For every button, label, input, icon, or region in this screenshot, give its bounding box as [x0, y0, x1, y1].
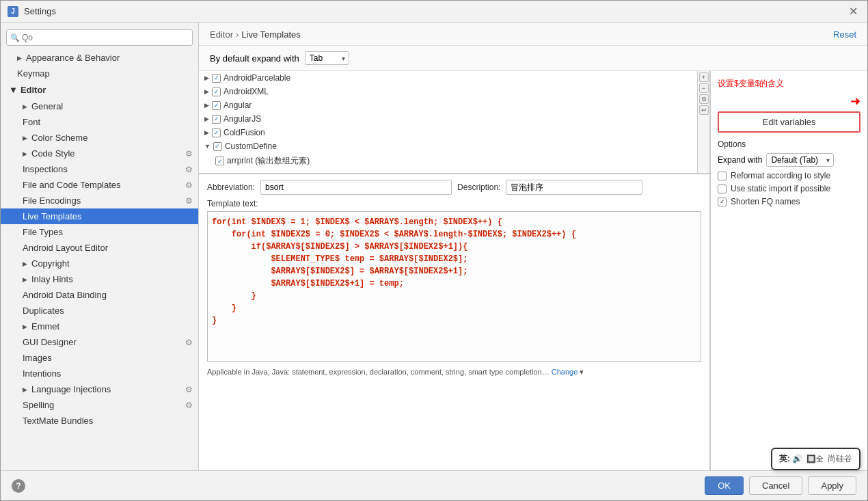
settings-dialog: J Settings ✕ 🔍 ▶ Appearance & Behavior K…: [0, 0, 868, 501]
static-import-row: Use static import if possible: [718, 184, 860, 193]
shorten-fq-row: Shorten FQ names: [718, 197, 860, 206]
static-import-checkbox[interactable]: [718, 185, 727, 193]
sidebar-item-emmet[interactable]: ▶ Emmet: [1, 319, 198, 334]
breadcrumb-current: Live Templates: [241, 29, 300, 40]
group-checkbox[interactable]: [213, 142, 222, 151]
sidebar-item-file-types[interactable]: File Types: [1, 224, 198, 240]
sidebar-item-gui-designer[interactable]: GUI Designer ⚙: [1, 334, 198, 350]
expand-arrow: ▶: [23, 386, 27, 393]
expand-arrow: ▶: [23, 135, 27, 141]
template-arrprint[interactable]: arrprint (输出数组元素): [199, 153, 697, 169]
reformat-row: Reformat according to style: [718, 171, 860, 180]
breadcrumb-parent: Editor: [210, 29, 233, 40]
gear-icon: ⚙: [185, 338, 193, 347]
sidebar-item-appearance[interactable]: ▶ Appearance & Behavior: [1, 50, 198, 66]
edit-panel: Abbreviation: Description: Template text…: [199, 174, 709, 433]
template-text-label: Template text:: [207, 199, 701, 208]
group-checkbox[interactable]: [212, 115, 221, 124]
sidebar-item-language-injections[interactable]: ▶ Language Injections ⚙: [1, 381, 198, 397]
group-checkbox[interactable]: [212, 74, 221, 83]
group-customdefine[interactable]: ▼ CustomDefine: [199, 139, 697, 153]
sidebar-item-code-style[interactable]: ▶ Code Style ⚙: [1, 146, 198, 161]
group-label: AndroidParcelable: [223, 73, 290, 83]
expand-arrow: ▶: [17, 55, 22, 62]
template-list-inner: ▶ AndroidParcelable ▶ AndroidXML: [199, 71, 697, 173]
code-textarea[interactable]: for(int $INDEX$ = 1; $INDEX$ < $ARRAY$.l…: [207, 211, 701, 362]
remove-template-button[interactable]: −: [699, 83, 709, 93]
item-label: arrprint (输出数组元素): [227, 155, 310, 167]
sidebar-item-file-encodings[interactable]: File Encodings ⚙: [1, 193, 198, 208]
sidebar-item-copyright[interactable]: ▶ Copyright: [1, 256, 198, 271]
sidebar-item-label: Code Style: [31, 148, 75, 159]
sidebar-item-label: Android Layout Editor: [23, 243, 108, 253]
sidebar-item-inlay-hints[interactable]: ▶ Inlay Hints: [1, 271, 198, 287]
expand-arrow: ▶: [23, 150, 27, 157]
title-bar: J Settings ✕: [1, 1, 867, 23]
search-input[interactable]: [6, 29, 193, 46]
sidebar-item-label: General: [31, 101, 63, 111]
restore-template-button[interactable]: ↩: [699, 105, 709, 115]
gear-icon: ⚙: [185, 401, 193, 410]
watermark-cn: 尚硅谷: [828, 453, 852, 465]
copy-template-button[interactable]: ⧉: [699, 94, 709, 104]
ok-button[interactable]: OK: [705, 476, 744, 495]
app-icon: J: [8, 6, 18, 17]
sidebar-item-keymap[interactable]: Keymap: [1, 66, 198, 81]
sidebar-item-editor[interactable]: ▼ Editor: [1, 81, 198, 98]
sidebar-item-android-layout-editor[interactable]: Android Layout Editor: [1, 240, 198, 256]
abbreviation-row: Abbreviation: Description:: [207, 180, 701, 195]
add-template-button[interactable]: +: [699, 72, 709, 82]
help-button[interactable]: ?: [12, 479, 25, 493]
sidebar-item-inspections[interactable]: Inspections ⚙: [1, 161, 198, 177]
sidebar-item-live-templates[interactable]: Live Templates: [1, 208, 198, 224]
sidebar-item-intentions[interactable]: Intentions: [1, 366, 198, 381]
description-input[interactable]: [506, 180, 642, 195]
arrow-annotation: ➜: [718, 94, 860, 109]
group-coldfusion[interactable]: ▶ ColdFusion: [199, 126, 697, 139]
shorten-fq-checkbox[interactable]: [718, 198, 727, 206]
sidebar-item-color-scheme[interactable]: ▶ Color Scheme: [1, 130, 198, 146]
group-label: AndroidXML: [223, 87, 269, 96]
item-checkbox[interactable]: [215, 157, 224, 165]
group-label: AngularJS: [223, 114, 261, 124]
reset-button[interactable]: Reset: [833, 29, 856, 40]
sidebar-item-images[interactable]: Images: [1, 350, 198, 366]
sidebar-item-duplicates[interactable]: Duplicates: [1, 303, 198, 319]
gear-icon: ⚙: [185, 149, 193, 159]
sidebar-item-label: Images: [23, 353, 52, 363]
group-checkbox[interactable]: [212, 87, 221, 96]
dialog-title: Settings: [24, 6, 56, 16]
group-androidparcelable[interactable]: ▶ AndroidParcelable: [199, 71, 697, 85]
sidebar-item-general[interactable]: ▶ General: [1, 98, 198, 114]
reformat-checkbox[interactable]: [718, 172, 727, 180]
expand-select[interactable]: Tab Enter Space: [305, 51, 349, 65]
templates-and-edit: ▶ AndroidParcelable ▶ AndroidXML: [199, 71, 710, 470]
sidebar-item-label: Intentions: [23, 368, 61, 379]
expand-with-select[interactable]: Default (Tab) Tab Enter Space: [766, 153, 834, 167]
edit-variables-button[interactable]: Edit variables: [718, 111, 860, 133]
group-label: Angular: [223, 100, 252, 110]
close-button[interactable]: ✕: [846, 5, 860, 18]
abbreviation-input[interactable]: [260, 180, 452, 195]
sidebar-item-android-data-binding[interactable]: Android Data Binding: [1, 287, 198, 303]
sidebar-item-label: Language Injections: [31, 384, 111, 394]
sidebar-item-textmate-bundles[interactable]: TextMate Bundles: [1, 413, 198, 429]
abbreviation-label: Abbreviation:: [207, 182, 255, 192]
group-angular[interactable]: ▶ Angular: [199, 98, 697, 112]
sidebar-item-font[interactable]: Font: [1, 114, 198, 130]
sidebar-item-file-code-templates[interactable]: File and Code Templates ⚙: [1, 177, 198, 193]
group-angularjs[interactable]: ▶ AngularJS: [199, 112, 697, 126]
cancel-button[interactable]: Cancel: [749, 476, 802, 495]
sidebar-item-label: File Encodings: [23, 195, 81, 206]
expand-with-select-wrapper: Default (Tab) Tab Enter Space: [766, 153, 834, 167]
group-checkbox[interactable]: [212, 128, 221, 137]
watermark: 英: 🔊 🔲全 尚硅谷: [771, 448, 860, 470]
group-expand-arrow: ▶: [204, 116, 209, 122]
sidebar-item-spelling[interactable]: Spelling ⚙: [1, 397, 198, 413]
sidebar-item-label: Inspections: [23, 164, 68, 174]
sidebar-item-label: Live Templates: [23, 211, 81, 221]
change-link[interactable]: Change: [552, 368, 578, 376]
group-checkbox[interactable]: [212, 101, 221, 110]
group-androidxml[interactable]: ▶ AndroidXML: [199, 85, 697, 98]
apply-button[interactable]: Apply: [808, 476, 856, 495]
